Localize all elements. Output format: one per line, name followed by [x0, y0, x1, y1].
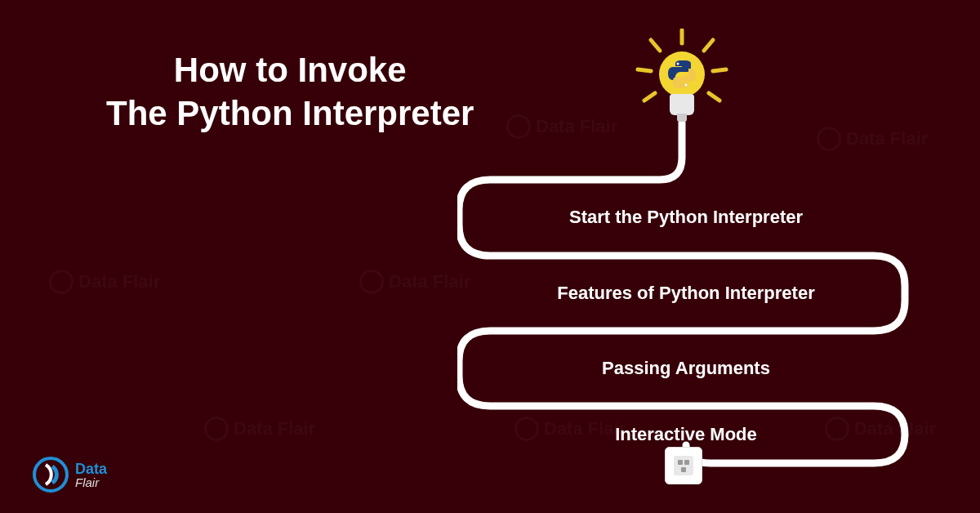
watermark: Data Flair — [359, 270, 470, 294]
svg-point-8 — [677, 63, 679, 65]
svg-line-7 — [709, 93, 719, 100]
svg-point-9 — [685, 84, 688, 87]
brand-logo: Data Flair — [33, 457, 107, 493]
power-socket-icon — [665, 447, 706, 488]
step-label-1: Start the Python Interpreter — [547, 207, 825, 228]
lightbulb-icon — [633, 29, 731, 143]
page-title: How to Invoke The Python Interpreter — [106, 49, 474, 135]
logo-icon — [33, 457, 69, 493]
logo-text: Data Flair — [75, 462, 107, 488]
step-label-2: Features of Python Interpreter — [539, 283, 833, 304]
step-label-4: Interactive Mode — [572, 424, 800, 445]
svg-line-3 — [704, 40, 713, 51]
title-line-2: The Python Interpreter — [106, 92, 474, 136]
watermark: Data Flair — [49, 270, 160, 294]
svg-line-5 — [713, 69, 726, 71]
python-icon — [667, 60, 697, 89]
svg-line-2 — [651, 40, 660, 51]
step-label-3: Passing Arguments — [572, 358, 800, 379]
watermark: Data Flair — [204, 417, 315, 441]
diagram-container: Start the Python Interpreter Features of… — [457, 29, 931, 494]
svg-line-6 — [644, 93, 655, 100]
logo-text-bottom: Flair — [75, 476, 107, 488]
logo-text-top: Data — [75, 462, 107, 476]
svg-line-4 — [638, 69, 651, 71]
title-line-1: How to Invoke — [106, 49, 474, 92]
